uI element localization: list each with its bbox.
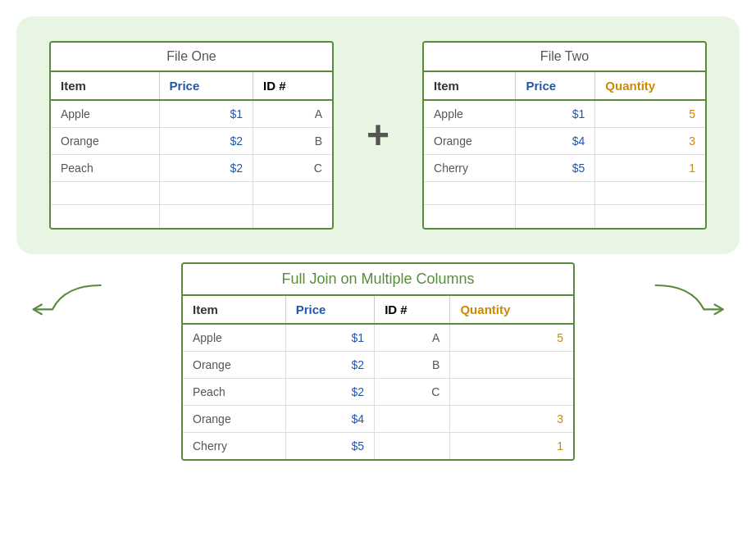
table-row — [51, 205, 159, 228]
table-row: B — [375, 351, 450, 378]
table-row: Orange — [183, 351, 285, 378]
arrows-section: Full Join on Multiple Columns Item Price… — [16, 262, 740, 461]
table-row: 5 — [595, 100, 705, 128]
table-row — [375, 432, 450, 459]
table-row: Peach — [183, 378, 285, 405]
file-two-title: File Two — [424, 43, 705, 72]
arrow-left — [16, 271, 112, 336]
table-row: Cherry — [183, 432, 285, 459]
result-title: Full Join on Multiple Columns — [183, 264, 573, 296]
file-one-header-price: Price — [159, 72, 253, 100]
file-one-header-item: Item — [51, 72, 159, 100]
bottom-section: Full Join on Multiple Columns Item Price… — [112, 262, 643, 461]
table-row: Orange — [424, 128, 516, 155]
file-one-title: File One — [51, 43, 332, 72]
table-row: Apple — [51, 100, 159, 128]
result-table: Full Join on Multiple Columns Item Price… — [181, 262, 575, 461]
file-two-header-quantity: Quantity — [595, 72, 705, 100]
table-row: A — [375, 324, 450, 352]
table-row — [159, 182, 253, 205]
table-row: $4 — [516, 128, 595, 155]
table-row: $2 — [159, 155, 253, 182]
file-one-header-id: ID # — [253, 72, 332, 100]
table-row — [424, 205, 516, 228]
table-row — [595, 182, 705, 205]
table-row: Apple — [424, 100, 516, 128]
table-row: $2 — [285, 378, 374, 405]
table-row — [159, 205, 253, 228]
file-two-table: File Two Item Price Quantity Apple $1 5 … — [422, 41, 707, 230]
table-row: Orange — [183, 405, 285, 432]
table-row: $5 — [285, 432, 374, 459]
table-row: 5 — [450, 324, 573, 352]
table-row — [375, 405, 450, 432]
table-row: $1 — [285, 324, 374, 352]
table-row — [595, 205, 705, 228]
result-header-price: Price — [285, 296, 374, 324]
table-row: Apple — [183, 324, 285, 352]
table-row: C — [375, 378, 450, 405]
table-row: 1 — [450, 432, 573, 459]
file-two-header-item: Item — [424, 72, 516, 100]
table-row: $5 — [516, 155, 595, 182]
file-two-header-price: Price — [516, 72, 595, 100]
table-row: $1 — [159, 100, 253, 128]
table-row: C — [253, 155, 332, 182]
table-row: $4 — [285, 405, 374, 432]
table-row: Peach — [51, 155, 159, 182]
result-header-id: ID # — [375, 296, 450, 324]
top-section: File One Item Price ID # Apple $1 A Oran… — [16, 16, 740, 254]
table-row: $2 — [159, 128, 253, 155]
result-header-item: Item — [183, 296, 285, 324]
table-row — [516, 205, 595, 228]
plus-sign: + — [367, 112, 389, 157]
table-row — [253, 205, 332, 228]
table-row — [253, 182, 332, 205]
table-row — [424, 182, 516, 205]
table-row: 3 — [450, 405, 573, 432]
arrow-right — [644, 271, 740, 336]
table-row — [450, 351, 573, 378]
file-one-table: File One Item Price ID # Apple $1 A Oran… — [49, 41, 334, 230]
table-row: 3 — [595, 128, 705, 155]
table-row: B — [253, 128, 332, 155]
table-row — [516, 182, 595, 205]
table-row — [51, 182, 159, 205]
table-row: Cherry — [424, 155, 516, 182]
table-row — [450, 378, 573, 405]
table-row: $1 — [516, 100, 595, 128]
table-row: A — [253, 100, 332, 128]
table-row: Orange — [51, 128, 159, 155]
result-header-quantity: Quantity — [450, 296, 573, 324]
table-row: $2 — [285, 351, 374, 378]
table-row: 1 — [595, 155, 705, 182]
